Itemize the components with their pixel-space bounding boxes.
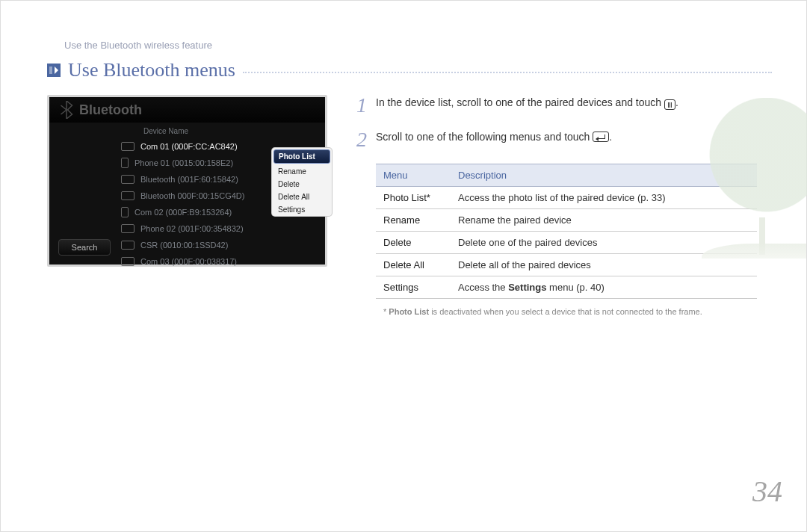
cell-desc: Delete all of the paired devices — [451, 254, 757, 276]
page-number: 34 — [752, 474, 782, 509]
table-row: Delete Delete one of the paired devices — [376, 232, 757, 254]
device-label: Bluetooth 000F:00:15CG4D) — [140, 191, 244, 200]
context-item-photo-list[interactable]: Photo List — [273, 149, 330, 164]
step-text-part: Scroll to one of the following menus and… — [376, 131, 593, 143]
computer-icon — [121, 257, 134, 266]
device-title: Bluetooth — [79, 102, 142, 118]
step-text-part: . — [609, 131, 612, 143]
computer-icon — [121, 191, 134, 200]
context-item-delete-all[interactable]: Delete All — [272, 191, 332, 203]
col-header-desc: Description — [451, 164, 757, 187]
instructions: 1 In the device list, scroll to one of t… — [350, 95, 769, 318]
cell-menu: Settings — [376, 276, 451, 299]
cell-menu: Rename — [376, 209, 451, 232]
step-2: 2 Scroll to one of the following menus a… — [350, 129, 769, 150]
step-number: 2 — [350, 129, 367, 150]
menu-button-icon: Ⅲ — [664, 99, 675, 110]
table-row: Photo List* Access the photo list of the… — [376, 187, 757, 209]
list-item[interactable]: CSR (0010:00:1SSD42) — [121, 237, 318, 253]
table-row: Settings Access the Settings menu (p. 40… — [376, 276, 757, 299]
step-1: 1 In the device list, scroll to one of t… — [350, 95, 769, 116]
device-label: Bluetooth (001F:60:15842) — [140, 175, 238, 184]
device-label: Phone 01 (0015:00:158E2) — [134, 158, 233, 167]
device-label: Com 02 (000F:B9:153264) — [134, 208, 232, 217]
cell-desc-part: Access the — [458, 282, 508, 293]
step-text-part: . — [675, 96, 678, 108]
context-item-settings[interactable]: Settings — [272, 203, 332, 216]
step-text: In the device list, scroll to one of the… — [376, 95, 769, 116]
cell-desc: Access the photo list of the paired devi… — [451, 187, 757, 209]
footnote-lead: Photo List — [386, 307, 429, 316]
list-item[interactable]: Com 03 (000F:00:038317) — [121, 253, 318, 270]
title-leader-dots — [243, 72, 772, 73]
enter-button-icon — [593, 132, 609, 142]
cell-desc: Delete one of the paired devices — [451, 232, 757, 254]
computer-icon — [121, 224, 134, 233]
device-label: Com 03 (000F:00:038317) — [140, 257, 237, 266]
manual-page: Use the Bluetooth wireless feature Use B… — [0, 0, 807, 532]
device-label: CSR (0010:00:1SSD42) — [140, 241, 228, 250]
context-item-delete[interactable]: Delete — [272, 178, 332, 191]
breadcrumb: Use the Bluetooth wireless feature — [64, 40, 212, 51]
cell-desc: Rename the paired device — [451, 209, 757, 232]
device-header: Bluetooth — [49, 97, 325, 123]
duck-icon — [729, 423, 761, 445]
section-title-row: Use Bluetooth menus — [47, 59, 772, 81]
step-number: 1 — [350, 95, 367, 116]
phone-icon — [121, 207, 129, 217]
device-list-header: Device Name — [121, 126, 318, 138]
context-menu: Photo List Rename Delete Delete All Sett… — [272, 148, 332, 216]
context-item-rename[interactable]: Rename — [272, 165, 332, 178]
computer-icon — [121, 175, 134, 184]
device-screenshot: Bluetooth Device Name Com 01 (000F:CC:AC… — [47, 95, 327, 267]
computer-icon — [121, 241, 134, 250]
footnote-rest: is deactivated when you select a device … — [429, 307, 702, 316]
device-label: Com 01 (000F:CC:AC842) — [140, 142, 238, 151]
duck-icon — [748, 393, 793, 423]
col-header-menu: Menu — [376, 164, 451, 187]
computer-icon — [121, 142, 134, 151]
list-item[interactable]: Phone 02 (001F:00:354832) — [121, 220, 318, 237]
device-label: Phone 02 (001F:00:354832) — [140, 224, 244, 233]
cell-menu: Photo List* — [376, 187, 451, 209]
menu-table: Menu Description Photo List* Access the … — [376, 164, 757, 299]
table-row: Rename Rename the paired device — [376, 209, 757, 232]
section-title: Use Bluetooth menus — [68, 59, 235, 81]
cell-desc-strong: Settings — [508, 282, 546, 293]
cell-desc: Access the Settings menu (p. 40) — [451, 276, 757, 299]
cell-desc-part: menu (p. 40) — [547, 282, 605, 293]
search-button[interactable]: Search — [58, 239, 111, 256]
phone-icon — [121, 158, 129, 168]
bluetooth-icon — [60, 101, 73, 119]
cell-menu: Delete All — [376, 254, 451, 276]
footnote: * Photo List is deactivated when you sel… — [383, 306, 749, 318]
cell-menu: Delete — [376, 232, 451, 254]
table-row: Delete All Delete all of the paired devi… — [376, 254, 757, 276]
step-text-part: In the device list, scroll to one of the… — [376, 96, 664, 108]
step-text: Scroll to one of the following menus and… — [376, 129, 769, 150]
chevron-icon — [47, 64, 61, 77]
